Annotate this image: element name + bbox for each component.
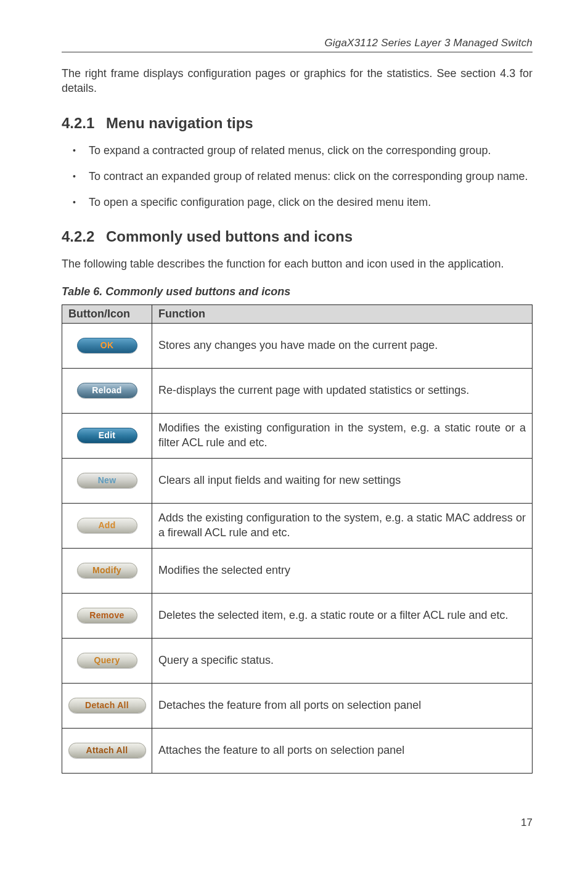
- table-row: Reload Re-displays the current page with…: [62, 368, 533, 413]
- function-text: Re-displays the current page with update…: [152, 368, 533, 413]
- section-421-title: Menu navigation tips: [106, 115, 253, 131]
- function-text: Modifies the selected entry: [152, 548, 533, 593]
- modify-button: Modify: [77, 563, 137, 578]
- table-row: Remove Deletes the selected item, e.g. a…: [62, 593, 533, 638]
- table-row: Attach All Attaches the feature to all p…: [62, 728, 533, 773]
- list-item: To expand a contracted group of related …: [73, 143, 533, 158]
- new-button: New: [77, 473, 137, 488]
- table-caption: Table 6. Commonly used buttons and icons: [62, 285, 533, 298]
- reload-button: Reload: [77, 383, 137, 398]
- list-item: To open a specific configuration page, c…: [73, 195, 533, 210]
- remove-button: Remove: [77, 608, 137, 623]
- section-422-number: 4.2.2: [62, 228, 106, 245]
- edit-button: Edit: [77, 428, 137, 443]
- detach-all-button: Detach All: [68, 698, 146, 713]
- running-header: GigaX3112 Series Layer 3 Managed Switch: [62, 37, 533, 52]
- list-item: To contract an expanded group of related…: [73, 169, 533, 184]
- attach-all-button: Attach All: [68, 743, 146, 758]
- function-text: Stores any changes you have made on the …: [152, 323, 533, 368]
- table-row: Modify Modifies the selected entry: [62, 548, 533, 593]
- table-row: OK Stores any changes you have made on t…: [62, 323, 533, 368]
- function-text: Modifies the existing configuration in t…: [152, 413, 533, 458]
- intro-paragraph: The right frame displays configuration p…: [62, 66, 533, 96]
- function-text: Adds the existing configuration to the s…: [152, 503, 533, 548]
- function-text: Detaches the feature from all ports on s…: [152, 683, 533, 728]
- function-text: Query a specific status.: [152, 638, 533, 683]
- add-button: Add: [77, 518, 137, 533]
- function-text: Clears all input fields and waiting for …: [152, 458, 533, 503]
- section-422-title: Commonly used buttons and icons: [106, 228, 353, 245]
- section-422-paragraph: The following table describes the functi…: [62, 256, 533, 271]
- table-header-button: Button/Icon: [62, 304, 152, 323]
- query-button: Query: [77, 653, 137, 668]
- buttons-table: Button/Icon Function OK Stores any chang…: [62, 304, 533, 774]
- table-row: Detach All Detaches the feature from all…: [62, 683, 533, 728]
- page-number: 17: [62, 817, 533, 829]
- table-row: Add Adds the existing configuration to t…: [62, 503, 533, 548]
- section-421-list: To expand a contracted group of related …: [62, 143, 533, 210]
- table-row: Query Query a specific status.: [62, 638, 533, 683]
- section-421-number: 4.2.1: [62, 115, 106, 132]
- function-text: Deletes the selected item, e.g. a static…: [152, 593, 533, 638]
- table-row: Edit Modifies the existing configuration…: [62, 413, 533, 458]
- section-422-heading: 4.2.2Commonly used buttons and icons: [62, 228, 533, 245]
- function-text: Attaches the feature to all ports on sel…: [152, 728, 533, 773]
- table-header-function: Function: [152, 304, 533, 323]
- table-row: New Clears all input fields and waiting …: [62, 458, 533, 503]
- section-421-heading: 4.2.1Menu navigation tips: [62, 115, 533, 132]
- ok-button: OK: [77, 338, 137, 353]
